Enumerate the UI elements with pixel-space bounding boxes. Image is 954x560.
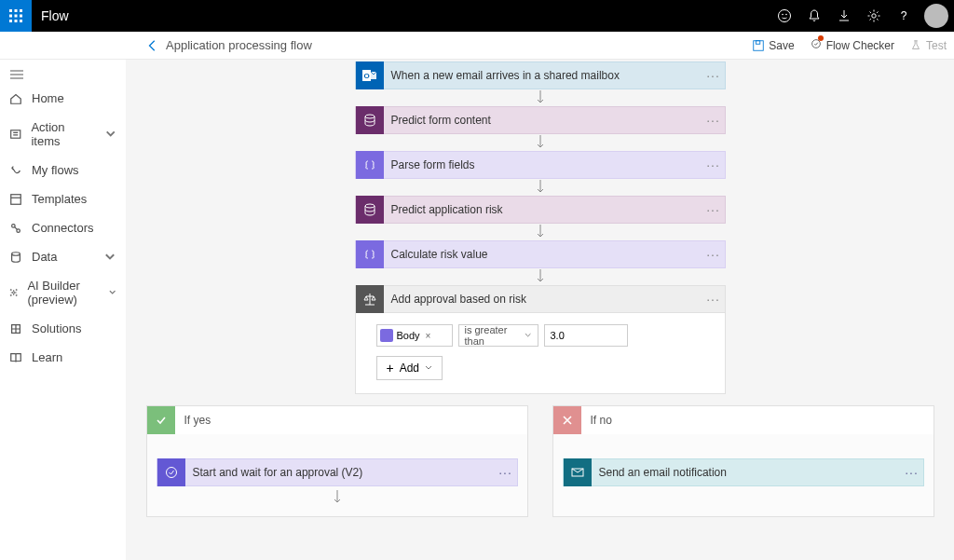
svg-text:?: ? (901, 9, 907, 22)
branch-no-step[interactable]: Send an email notification ··· (563, 458, 924, 486)
sidebar-item-connectors[interactable]: Connectors (0, 213, 126, 242)
condition-operator-select[interactable]: is greater than (458, 324, 538, 347)
command-bar: Application processing flow Save Flow Ch… (0, 32, 954, 60)
svg-point-23 (10, 289, 11, 290)
svg-point-30 (365, 115, 375, 118)
avatar[interactable] (924, 4, 948, 28)
connector-arrow (355, 179, 726, 196)
step-menu[interactable]: ··· (702, 202, 725, 217)
chevron-down-icon (108, 286, 116, 299)
flow-checker-button[interactable]: Flow Checker (802, 37, 902, 53)
sidebar-item-templates[interactable]: Templates (0, 184, 126, 213)
svg-rect-6 (9, 20, 12, 22)
sidebar-item-home[interactable]: Home (0, 84, 126, 113)
svg-rect-17 (11, 130, 20, 138)
step-menu[interactable]: ··· (702, 113, 725, 128)
flow-step-parse-fields[interactable]: Parse form fields ··· (355, 151, 726, 179)
sidebar-item-ai-builder[interactable]: AI Builder (preview) (0, 271, 126, 314)
condition-value-input[interactable] (544, 324, 628, 347)
approval-icon (157, 458, 185, 486)
branch-yes-step[interactable]: Start and wait for an approval (V2) ··· (157, 458, 518, 486)
branch-yes-header[interactable]: If yes (147, 406, 527, 434)
emoji-button[interactable] (770, 0, 799, 32)
notifications-button[interactable] (799, 0, 829, 32)
save-button[interactable]: Save (744, 39, 801, 52)
sidebar-item-action-items[interactable]: Action items (0, 113, 126, 156)
templates-icon (9, 193, 22, 206)
svg-point-21 (12, 252, 20, 255)
flask-icon (909, 39, 922, 52)
sidebar: Home Action items My flows Templates Con… (0, 60, 126, 560)
scale-icon (356, 285, 384, 313)
database-icon (356, 106, 384, 134)
menu-icon[interactable] (9, 69, 24, 80)
chevron-down-icon (525, 332, 531, 339)
svg-point-32 (166, 468, 176, 478)
svg-point-19 (12, 224, 16, 227)
step-menu[interactable]: ··· (702, 292, 725, 307)
download-icon (837, 8, 852, 23)
chevron-down-icon (104, 128, 116, 141)
flow-canvas[interactable]: O When a new email arrives in a shared m… (126, 60, 954, 560)
connector-arrow (355, 224, 726, 240)
token-chip-icon (380, 329, 393, 342)
svg-point-24 (16, 289, 17, 290)
condition-operand-left[interactable]: Body × (376, 324, 453, 347)
settings-button[interactable] (859, 0, 889, 32)
flow-step-condition[interactable]: Add approval based on risk ··· (355, 285, 726, 313)
app-launcher[interactable] (0, 0, 32, 32)
sidebar-item-my-flows[interactable]: My flows (0, 156, 126, 184)
download-button[interactable] (829, 0, 859, 32)
step-label: Add approval based on risk (384, 293, 702, 306)
sidebar-item-label: Templates (32, 192, 87, 206)
step-menu[interactable]: ··· (702, 157, 725, 172)
waffle-icon (8, 8, 23, 23)
flow-step-trigger[interactable]: O When a new email arrives in a shared m… (355, 61, 726, 89)
code-icon (356, 240, 384, 268)
back-arrow-icon (146, 39, 159, 52)
sidebar-item-solutions[interactable]: Solutions (0, 314, 126, 343)
svg-rect-7 (15, 20, 18, 22)
svg-point-12 (872, 14, 876, 18)
connector-arrow (355, 268, 726, 285)
branch-no-title: If no (581, 414, 612, 427)
step-label: Send an email notification (592, 466, 901, 479)
step-menu[interactable]: ··· (901, 465, 923, 480)
flow-step-predict-form[interactable]: Predict form content ··· (355, 106, 726, 134)
branch-no-header[interactable]: If no (553, 406, 934, 434)
back-button[interactable] (140, 33, 166, 59)
svg-rect-4 (15, 15, 18, 18)
emoji-icon (777, 8, 792, 23)
ai-icon (9, 286, 18, 299)
svg-point-31 (365, 204, 375, 208)
save-label: Save (769, 39, 794, 52)
step-menu[interactable]: ··· (702, 247, 725, 262)
sidebar-item-label: Learn (32, 350, 62, 364)
flow-step-predict-risk[interactable]: Predict application risk ··· (355, 196, 726, 224)
step-menu[interactable]: ··· (702, 68, 725, 83)
svg-text:O: O (363, 72, 369, 80)
step-label: Parse form fields (384, 158, 702, 171)
svg-rect-14 (754, 40, 764, 50)
svg-rect-0 (9, 9, 12, 12)
flow-title: Application processing flow (166, 38, 312, 52)
token-remove[interactable]: × (426, 331, 431, 341)
test-button[interactable]: Test (902, 39, 954, 52)
gear-icon (866, 8, 881, 23)
checker-icon-wrap (810, 37, 823, 53)
step-label: Predict application risk (384, 203, 702, 216)
condition-body: Body × is greater than + Add (355, 313, 726, 394)
check-icon (147, 406, 175, 434)
svg-rect-18 (11, 194, 21, 204)
svg-point-25 (10, 294, 11, 295)
svg-rect-3 (9, 15, 12, 18)
sidebar-item-learn[interactable]: Learn (0, 343, 126, 372)
branch-yes-title: If yes (175, 414, 211, 427)
step-menu[interactable]: ··· (495, 465, 517, 480)
sidebar-item-data[interactable]: Data (0, 242, 126, 271)
flow-step-calc-risk[interactable]: Calculate risk value ··· (355, 240, 726, 268)
add-condition-button[interactable]: + Add (376, 356, 443, 380)
step-label: Calculate risk value (384, 248, 702, 261)
help-button[interactable]: ? (889, 0, 919, 32)
token-label: Body (397, 330, 420, 341)
